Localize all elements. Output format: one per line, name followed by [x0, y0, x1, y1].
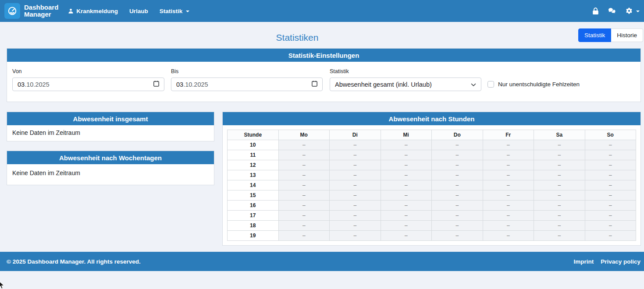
- value-cell: –: [432, 170, 483, 180]
- hour-cell: 11: [228, 150, 279, 160]
- value-cell: –: [432, 190, 483, 201]
- mouse-cursor: [0, 280, 6, 289]
- column-header: Mi: [381, 130, 432, 140]
- hour-cell: 18: [228, 221, 279, 231]
- value-cell: –: [483, 201, 534, 211]
- chevron-down-icon: [186, 11, 189, 12]
- value-cell: –: [534, 190, 585, 201]
- nav-item-urlaub[interactable]: Urlaub: [129, 8, 148, 14]
- page-header: Statistiken Statistik Historie: [0, 28, 644, 48]
- value-cell: –: [330, 211, 381, 221]
- value-cell: –: [432, 231, 483, 241]
- bis-date-value-rest: .10.2025: [183, 81, 208, 88]
- von-date-value-day: 03: [18, 81, 25, 88]
- value-cell: –: [381, 211, 432, 221]
- toggle-historie-button[interactable]: Historie: [611, 28, 643, 42]
- hours-table-body: 10–––––––11–––––––12–––––––13–––––––14––…: [228, 140, 636, 241]
- gear-icon[interactable]: [626, 7, 633, 14]
- hour-cell: 12: [228, 160, 279, 170]
- value-cell: –: [381, 180, 432, 190]
- nav-item-statistik-dropdown[interactable]: Statistik: [160, 8, 190, 14]
- value-cell: –: [330, 140, 381, 150]
- table-row: 10–––––––: [228, 140, 636, 150]
- column-header: Fr: [483, 130, 534, 140]
- value-cell: –: [278, 221, 330, 231]
- column-header: Di: [330, 130, 381, 140]
- value-cell: –: [278, 170, 330, 180]
- nav-items: Krankmeldung Urlaub Statistik: [68, 8, 189, 14]
- value-cell: –: [278, 201, 330, 211]
- value-cell: –: [278, 160, 330, 170]
- bis-date-input[interactable]: 03.10.2025: [171, 78, 323, 91]
- calendar-icon[interactable]: [153, 81, 159, 88]
- value-cell: –: [432, 221, 483, 231]
- privacy-policy-link[interactable]: Privacy policy: [601, 258, 640, 265]
- value-cell: –: [483, 140, 534, 150]
- unexcused-checkbox-label[interactable]: Nur unentschuldigte Fehlzeiten: [498, 81, 580, 88]
- hours-table-header-row: StundeMoDiMiDoFrSaSo: [228, 130, 636, 140]
- value-cell: –: [381, 170, 432, 180]
- value-cell: –: [534, 150, 585, 160]
- value-cell: –: [483, 150, 534, 160]
- value-cell: –: [585, 180, 636, 190]
- unexcused-checkbox-group: Nur unentschuldigte Fehlzeiten: [487, 78, 580, 91]
- value-cell: –: [483, 160, 534, 170]
- value-cell: –: [585, 190, 636, 201]
- value-cell: –: [534, 170, 585, 180]
- footer: © 2025 Dashboard Manager. All rights res…: [0, 252, 644, 271]
- value-cell: –: [483, 190, 534, 201]
- page-title: Statistiken: [0, 28, 594, 48]
- calendar-icon[interactable]: [312, 81, 317, 88]
- nav-item-krankmeldung[interactable]: Krankmeldung: [68, 8, 118, 14]
- statistik-selected-value: Abwesenheit gesamt (inkl. Urlaub): [335, 81, 432, 88]
- column-header: Stunde: [228, 130, 279, 140]
- lock-icon[interactable]: [592, 7, 599, 15]
- von-field-group: Von 03.10.2025: [12, 68, 164, 91]
- copyright-text: © 2025 Dashboard Manager. All rights res…: [7, 258, 141, 265]
- person-icon: [68, 8, 74, 14]
- value-cell: –: [483, 211, 534, 221]
- value-cell: –: [432, 160, 483, 170]
- hours-table-container: StundeMoDiMiDoFrSaSo 10–––––––11–––––––1…: [223, 125, 640, 245]
- chevron-down-icon: [636, 11, 640, 12]
- value-cell: –: [534, 160, 585, 170]
- hour-cell: 10: [228, 140, 279, 150]
- value-cell: –: [432, 150, 483, 160]
- content-area: Abwesenheit insgesamt Keine Daten im Zei…: [7, 112, 641, 246]
- hour-cell: 16: [228, 201, 279, 211]
- statistik-select[interactable]: Abwesenheit gesamt (inkl. Urlaub): [330, 78, 481, 91]
- hour-cell: 15: [228, 190, 279, 201]
- navbar: Dashboard Manager Krankmeldung Urlaub St…: [0, 0, 644, 22]
- value-cell: –: [381, 231, 432, 241]
- von-date-input[interactable]: 03.10.2025: [12, 78, 164, 91]
- value-cell: –: [278, 231, 330, 241]
- imprint-link[interactable]: Imprint: [573, 258, 594, 265]
- value-cell: –: [330, 160, 381, 170]
- value-cell: –: [585, 170, 636, 180]
- value-cell: –: [330, 190, 381, 201]
- brand[interactable]: Dashboard Manager: [4, 3, 58, 19]
- value-cell: –: [585, 211, 636, 221]
- brand-name: Dashboard Manager: [24, 4, 58, 18]
- value-cell: –: [381, 160, 432, 170]
- column-header: Do: [432, 130, 483, 140]
- value-cell: –: [483, 180, 534, 190]
- column-header: Sa: [534, 130, 585, 140]
- value-cell: –: [534, 221, 585, 231]
- value-cell: –: [534, 201, 585, 211]
- value-cell: –: [432, 140, 483, 150]
- value-cell: –: [381, 140, 432, 150]
- value-cell: –: [585, 160, 636, 170]
- nav-item-label: Krankmeldung: [76, 8, 118, 14]
- left-column: Abwesenheit insgesamt Keine Daten im Zei…: [7, 112, 214, 185]
- hours-absence-panel: Abwesenheit nach Stunden StundeMoDiMiDoF…: [222, 112, 641, 246]
- table-row: 13–––––––: [228, 170, 636, 180]
- toggle-statistik-button[interactable]: Statistik: [578, 28, 611, 42]
- settings-panel: Statistik-Einstellungen Von 03.10.2025 B…: [7, 48, 641, 102]
- chat-icon[interactable]: [608, 7, 616, 14]
- weekday-absence-empty-text: Keine Daten im Zeitraum: [7, 164, 214, 185]
- value-cell: –: [330, 150, 381, 160]
- hours-absence-header: Abwesenheit nach Stunden: [223, 112, 640, 125]
- unexcused-checkbox[interactable]: [487, 81, 494, 88]
- value-cell: –: [483, 221, 534, 231]
